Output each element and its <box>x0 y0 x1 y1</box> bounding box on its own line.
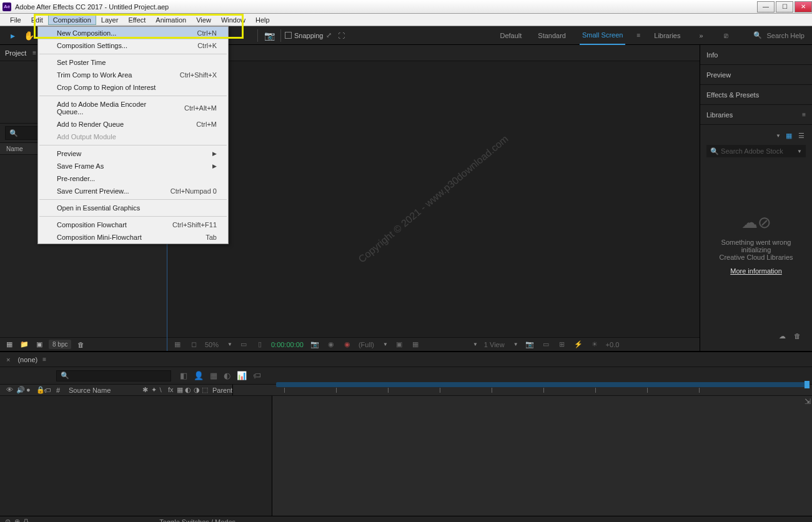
eye-icon[interactable]: 👁 <box>6 386 14 394</box>
workspace-standard[interactable]: Standard <box>535 27 568 44</box>
shy-icon[interactable]: 👤 <box>194 371 204 380</box>
libraries-panel-header[interactable]: Libraries≡ <box>700 105 812 125</box>
help-search[interactable]: 🔍 Search Help <box>753 31 805 41</box>
expand-icon[interactable]: ⇲ <box>805 397 811 406</box>
graph-icon[interactable]: 📊 <box>237 371 247 380</box>
workspace-libraries[interactable]: Libraries <box>651 27 683 44</box>
timeline-tracks[interactable]: ⇲ <box>272 396 812 516</box>
time-ruler[interactable] <box>232 385 812 395</box>
selection-tool[interactable]: ▸ <box>5 28 20 43</box>
switches-modes-button[interactable]: Toggle Switches / Modes <box>159 518 235 523</box>
label-icon[interactable]: 🏷 <box>44 387 51 394</box>
view-dropdown[interactable]: 1 View <box>484 341 505 348</box>
preview-panel-header[interactable]: Preview <box>700 65 812 85</box>
menu-item[interactable]: Open in Essential Graphics <box>38 202 228 214</box>
motion-blur-icon[interactable]: ◐ <box>224 371 230 380</box>
column-source-name[interactable]: Source Name <box>65 387 140 394</box>
sync-icon[interactable]: ⎚ <box>719 29 733 42</box>
3d-icon[interactable]: 📷 <box>525 340 535 350</box>
info-panel-header[interactable]: Info <box>700 45 812 65</box>
project-tab[interactable]: Project <box>5 49 26 57</box>
comp-icon[interactable]: ◧ <box>180 371 187 380</box>
speaker-icon[interactable]: 🔊 <box>16 386 24 394</box>
menu-window[interactable]: Window <box>216 15 250 25</box>
close-button[interactable]: ✕ <box>795 1 812 12</box>
column-name[interactable]: Name <box>0 145 23 152</box>
panel-menu-icon[interactable]: ≡ <box>32 49 36 56</box>
cloud-icon[interactable]: ☁ <box>777 331 787 341</box>
panel-menu-icon[interactable]: ≡ <box>802 111 806 118</box>
lock-icon[interactable]: 🔒 <box>36 386 44 394</box>
menu-help[interactable]: Help <box>250 15 275 25</box>
time-display[interactable]: 0:00:00:00 <box>271 341 304 348</box>
comp-icon[interactable]: ▣ <box>34 340 45 350</box>
snapshot-icon[interactable]: 📷 <box>310 340 320 350</box>
menu-view[interactable]: View <box>191 15 216 25</box>
solo-icon[interactable]: ● <box>26 386 34 394</box>
exposure-value[interactable]: +0.0 <box>606 341 620 348</box>
brackets-icon[interactable]: {} <box>24 518 28 522</box>
menu-item[interactable]: New Composition...Ctrl+N <box>38 27 228 39</box>
pixel-icon[interactable]: ⊞ <box>557 340 567 350</box>
chevron-down-icon[interactable]: ▼ <box>776 133 781 139</box>
camera-tool[interactable]: 📷 <box>262 28 277 43</box>
column-number[interactable]: # <box>51 387 65 394</box>
interpret-icon[interactable]: ▦ <box>4 340 15 350</box>
tab-close-icon[interactable]: × <box>6 356 10 363</box>
folder-icon[interactable]: 📁 <box>19 340 30 350</box>
menu-item[interactable]: Add Output Module <box>38 130 228 143</box>
frame-icon[interactable]: ▯ <box>255 340 265 350</box>
trash-icon[interactable]: 🗑 <box>792 331 802 341</box>
menu-layer[interactable]: Layer <box>96 15 124 25</box>
column-parent[interactable]: Parent <box>209 387 232 394</box>
menu-effect[interactable]: Effect <box>123 15 151 25</box>
toggle-icon[interactable]: ⊜ <box>5 518 11 522</box>
fast-icon[interactable]: ⚡ <box>573 340 583 350</box>
roi-icon[interactable]: ▣ <box>394 340 404 350</box>
adobe-stock-search[interactable]: 🔍 Search Adobe Stock ▼ <box>706 145 806 157</box>
menu-item[interactable]: Save Frame As▶ <box>38 160 228 172</box>
menu-item[interactable]: Crop Comp to Region of Interest <box>38 81 228 94</box>
menu-item[interactable]: Composition FlowchartCtrl+Shift+F11 <box>38 219 228 231</box>
timeline-layers[interactable] <box>0 396 272 516</box>
mask2-icon[interactable]: ▭ <box>541 340 551 350</box>
transparency-icon[interactable]: ▦ <box>410 340 420 350</box>
more-info-link[interactable]: More information <box>730 267 782 275</box>
channel-icon[interactable]: ◉ <box>326 340 336 350</box>
exposure-icon[interactable]: ☀ <box>590 340 600 350</box>
grid-icon[interactable]: ◻ <box>189 340 199 350</box>
viewer-area[interactable]: Copyright © 2021 - www.p30download.com <box>167 61 700 337</box>
workspace-overflow-icon[interactable]: » <box>694 29 708 42</box>
menu-edit[interactable]: Edit <box>26 15 48 25</box>
workspace-default[interactable]: Default <box>497 27 524 44</box>
effects-panel-header[interactable]: Effects & Presets <box>700 85 812 105</box>
menu-item[interactable]: Preview▶ <box>38 147 228 160</box>
trash-icon[interactable]: 🗑 <box>75 340 86 350</box>
workspace-small-screen[interactable]: Small Screen <box>580 26 625 45</box>
menu-item[interactable]: Set Poster Time <box>38 56 228 69</box>
toggle2-icon[interactable]: ⊕ <box>14 518 20 522</box>
timeline-search[interactable]: 🔍 <box>56 370 171 382</box>
menu-item[interactable]: Add to Render QueueCtrl+M <box>38 118 228 130</box>
channel2-icon[interactable]: ◉ <box>342 340 352 350</box>
menu-item[interactable]: Save Current Preview...Ctrl+Numpad 0 <box>38 185 228 197</box>
maximize-button[interactable]: ☐ <box>776 1 793 12</box>
hand-tool[interactable]: ✋ <box>21 28 36 43</box>
panel-menu-icon[interactable]: ≡ <box>42 356 46 363</box>
zoom-value[interactable]: 50% <box>205 341 219 348</box>
resolution-dropdown[interactable]: (Full) <box>359 341 374 348</box>
menu-item[interactable]: Add to Adobe Media Encoder Queue...Ctrl+… <box>38 98 228 118</box>
menu-composition[interactable]: Composition <box>48 15 96 25</box>
menu-item[interactable]: Composition Mini-FlowchartTab <box>38 231 228 244</box>
menu-item[interactable]: Pre-render... <box>38 172 228 185</box>
menu-item[interactable]: Trim Comp to Work AreaCtrl+Shift+X <box>38 69 228 81</box>
minimize-button[interactable]: — <box>757 1 775 12</box>
menu-item[interactable]: Composition Settings...Ctrl+K <box>38 39 228 52</box>
workspace-menu-icon[interactable]: ≡ <box>636 32 640 39</box>
frame-blend-icon[interactable]: ▦ <box>210 371 217 380</box>
tag-icon[interactable]: 🏷 <box>253 371 261 380</box>
list-view-icon[interactable]: ☰ <box>797 131 806 140</box>
timeline-tab[interactable]: (none) <box>17 356 37 363</box>
snapping-toggle[interactable]: Snapping ⤢ ⛶ <box>285 31 345 39</box>
menu-file[interactable]: File <box>5 15 26 25</box>
